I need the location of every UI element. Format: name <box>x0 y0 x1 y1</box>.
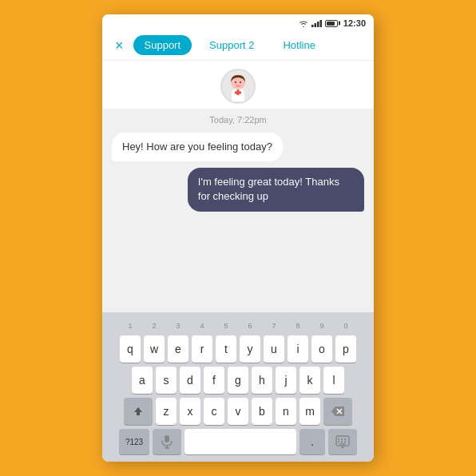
key-t[interactable]: t <box>216 335 236 363</box>
key-f[interactable]: f <box>204 367 224 394</box>
key-x[interactable]: x <box>180 398 200 425</box>
key-i[interactable]: i <box>288 335 308 363</box>
chat-timestamp: Today, 7:22pm <box>112 115 364 125</box>
key-g[interactable]: g <box>228 367 248 394</box>
key-o[interactable]: o <box>311 335 332 363</box>
keyboard-row-1: q w e r t y u i o p <box>105 335 371 363</box>
avatar <box>220 69 256 104</box>
keyboard: 1 2 3 4 5 6 7 8 9 0 q w e r t y u i o p … <box>102 312 374 462</box>
key-2[interactable]: 2 <box>144 317 165 335</box>
svg-rect-3 <box>319 20 322 27</box>
avatar-image <box>223 71 253 101</box>
message-received: Hey! How are you feeling today? <box>112 133 283 161</box>
wifi-icon <box>298 19 309 27</box>
shift-icon <box>133 406 144 417</box>
keyboard-row-bottom: ?123 . <box>105 429 371 454</box>
key-n[interactable]: n <box>276 398 296 425</box>
period-key[interactable]: . <box>299 429 325 454</box>
key-3[interactable]: 3 <box>168 317 188 335</box>
avatar-area <box>102 61 374 109</box>
mic-key[interactable] <box>153 429 181 454</box>
key-w[interactable]: w <box>144 335 165 363</box>
key-h[interactable]: h <box>252 367 272 394</box>
keyboard-icon <box>335 435 350 448</box>
key-l[interactable]: l <box>323 367 344 394</box>
tab-hotline[interactable]: Hotline <box>272 35 326 55</box>
key-4[interactable]: 4 <box>192 317 212 335</box>
svg-rect-17 <box>344 438 346 440</box>
key-j[interactable]: j <box>276 367 296 394</box>
status-time: 12:30 <box>343 18 366 28</box>
signal-icon <box>311 19 323 27</box>
shift-key[interactable] <box>124 398 153 425</box>
number-row: 1 2 3 4 5 6 7 8 9 0 <box>105 317 371 335</box>
delete-key[interactable] <box>323 398 352 425</box>
key-8[interactable]: 8 <box>288 317 308 335</box>
key-r[interactable]: r <box>192 335 212 363</box>
key-1[interactable]: 1 <box>120 317 141 335</box>
svg-rect-15 <box>338 438 339 440</box>
key-0[interactable]: 0 <box>335 317 356 335</box>
svg-rect-16 <box>341 438 343 440</box>
svg-point-7 <box>235 81 236 83</box>
key-p[interactable]: p <box>335 335 356 363</box>
tab-support2[interactable]: Support 2 <box>198 35 265 55</box>
chat-area: Today, 7:22pm Hey! How are you feeling t… <box>102 109 374 312</box>
message-sent: I'm feeling great today! Thanks for chec… <box>188 168 364 211</box>
svg-rect-19 <box>341 441 343 442</box>
key-s[interactable]: s <box>156 367 177 394</box>
tab-support[interactable]: Support <box>133 35 192 55</box>
key-e[interactable]: e <box>168 335 188 363</box>
space-key[interactable] <box>184 429 296 454</box>
svg-rect-0 <box>311 25 314 27</box>
key-q[interactable]: q <box>120 335 141 363</box>
svg-rect-6 <box>235 92 241 94</box>
keyboard-row-2: a s d f g h j k l <box>105 367 371 394</box>
key-c[interactable]: c <box>204 398 224 425</box>
mic-icon <box>161 434 173 449</box>
phone-frame: 12:30 × Support Support 2 Hotline <box>102 14 374 462</box>
key-a[interactable]: a <box>132 367 153 394</box>
key-z[interactable]: z <box>156 398 177 425</box>
key-m[interactable]: m <box>299 398 320 425</box>
svg-rect-1 <box>314 23 316 27</box>
key-k[interactable]: k <box>299 367 320 394</box>
svg-rect-18 <box>338 441 339 442</box>
svg-point-8 <box>240 81 241 83</box>
key-d[interactable]: d <box>180 367 200 394</box>
keyboard-row-3: z x c v b n m <box>105 398 371 425</box>
key-v[interactable]: v <box>228 398 248 425</box>
key-u[interactable]: u <box>264 335 284 363</box>
key-6[interactable]: 6 <box>240 317 260 335</box>
numeric-key[interactable]: ?123 <box>119 429 149 454</box>
svg-rect-20 <box>344 441 346 442</box>
svg-rect-11 <box>165 435 169 442</box>
key-y[interactable]: y <box>240 335 260 363</box>
close-button[interactable]: × <box>112 37 127 54</box>
svg-rect-2 <box>317 22 319 27</box>
key-7[interactable]: 7 <box>264 317 284 335</box>
tab-bar: × Support Support 2 Hotline <box>102 30 374 61</box>
keyboard-switch-key[interactable] <box>328 429 357 454</box>
status-icons: 12:30 <box>298 18 366 28</box>
key-9[interactable]: 9 <box>311 317 332 335</box>
delete-icon <box>331 406 345 417</box>
svg-rect-21 <box>339 443 346 445</box>
battery-icon <box>325 20 338 27</box>
key-5[interactable]: 5 <box>216 317 236 335</box>
key-b[interactable]: b <box>252 398 272 425</box>
status-bar: 12:30 <box>102 14 374 30</box>
